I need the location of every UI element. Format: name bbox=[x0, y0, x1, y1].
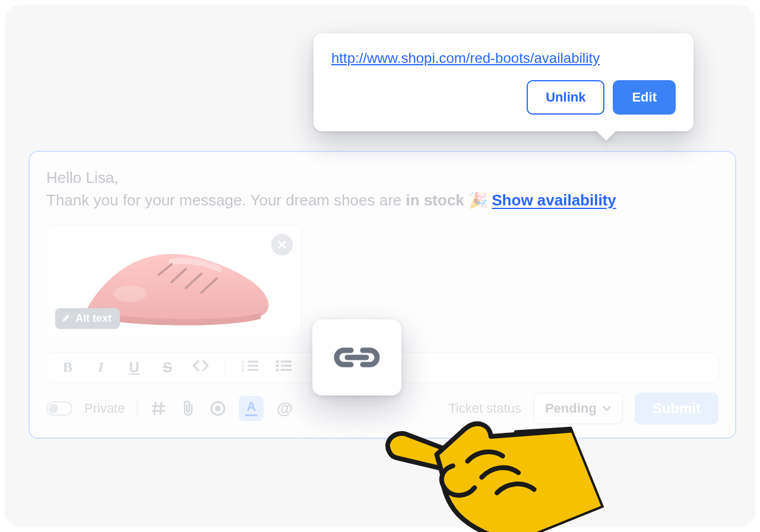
private-toggle[interactable] bbox=[46, 401, 72, 416]
tag-button[interactable] bbox=[150, 400, 167, 417]
svg-text:2: 2 bbox=[242, 364, 244, 368]
record-button[interactable] bbox=[209, 400, 227, 417]
svg-point-12 bbox=[276, 364, 279, 367]
alt-text-label: Alt text bbox=[75, 312, 112, 325]
in-stock-text: in stock bbox=[406, 191, 464, 209]
private-label: Private bbox=[84, 401, 125, 416]
paperclip-icon bbox=[182, 400, 195, 417]
greeting-text: Hello Lisa, bbox=[46, 169, 118, 186]
bullet-list-button[interactable] bbox=[273, 359, 293, 376]
link-tool-card[interactable] bbox=[312, 319, 401, 395]
message-editor[interactable]: Hello Lisa, Thank you for your message. … bbox=[28, 151, 736, 439]
chevron-down-icon bbox=[603, 406, 611, 411]
hash-icon bbox=[151, 401, 166, 416]
ordered-list-icon: 1 2 3 bbox=[242, 359, 258, 372]
submit-button[interactable]: Submit bbox=[635, 392, 718, 425]
edit-link-button[interactable]: Edit bbox=[613, 80, 676, 115]
link-popover: http://www.shopi.com/red-boots/availabil… bbox=[314, 33, 694, 131]
code-button[interactable] bbox=[191, 359, 211, 376]
svg-point-13 bbox=[276, 368, 279, 371]
popover-url-link[interactable]: http://www.shopi.com/red-boots/availabil… bbox=[331, 49, 676, 67]
close-icon bbox=[277, 240, 287, 249]
editor-body[interactable]: Hello Lisa, Thank you for your message. … bbox=[46, 166, 718, 212]
bold-button[interactable]: B bbox=[58, 359, 78, 375]
body-line2: Thank you for your message. Your dream s… bbox=[46, 191, 406, 209]
image-attachment[interactable]: Alt text bbox=[46, 225, 302, 338]
record-icon bbox=[210, 400, 226, 417]
ordered-list-button[interactable]: 1 2 3 bbox=[240, 359, 260, 376]
link-icon bbox=[330, 342, 384, 373]
bullet-list-icon bbox=[275, 359, 292, 372]
attachment-remove-button[interactable] bbox=[271, 234, 293, 255]
italic-button[interactable]: I bbox=[91, 359, 111, 375]
code-icon bbox=[192, 359, 210, 372]
alt-text-button[interactable]: Alt text bbox=[55, 308, 120, 329]
unlink-button[interactable]: Unlink bbox=[527, 80, 604, 115]
attach-button[interactable] bbox=[179, 400, 197, 417]
app-canvas: Hello Lisa, Thank you for your message. … bbox=[5, 5, 755, 527]
strike-button[interactable]: S bbox=[157, 359, 178, 376]
pencil-icon bbox=[61, 314, 71, 323]
footer-separator bbox=[137, 400, 138, 417]
svg-point-11 bbox=[276, 360, 279, 363]
svg-point-20 bbox=[216, 406, 221, 411]
mention-button[interactable]: @ bbox=[276, 400, 293, 417]
popover-actions: Unlink Edit bbox=[331, 80, 676, 115]
text-color-underbar bbox=[245, 414, 257, 416]
text-color-button[interactable]: A bbox=[239, 396, 264, 421]
svg-point-4 bbox=[113, 286, 147, 302]
show-availability-link[interactable]: Show availability bbox=[492, 191, 616, 209]
text-color-glyph: A bbox=[247, 400, 256, 413]
underline-button[interactable]: U bbox=[124, 359, 144, 376]
toolbar-separator bbox=[225, 359, 226, 376]
celebrate-emoji: 🎉 bbox=[468, 191, 487, 209]
svg-text:1: 1 bbox=[242, 360, 244, 364]
svg-text:3: 3 bbox=[242, 368, 244, 372]
